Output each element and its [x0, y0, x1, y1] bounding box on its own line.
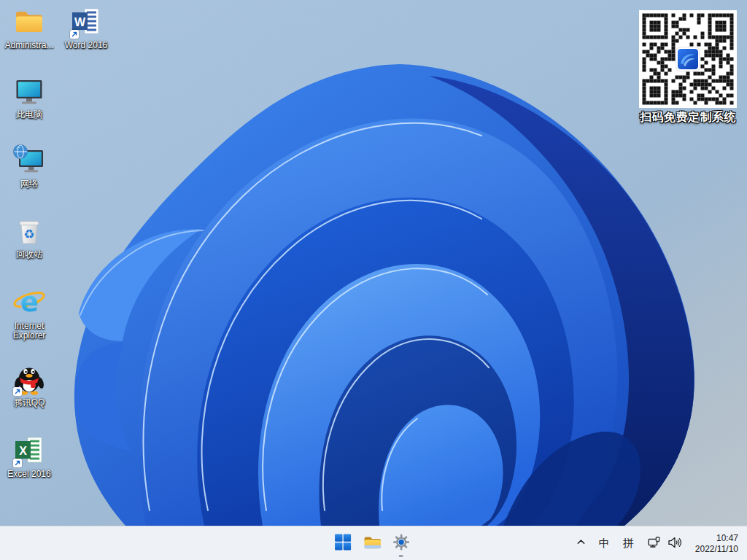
- clock-tray-button[interactable]: 10:47 2022/11/10: [695, 529, 738, 559]
- desktop-icon-tencent-qq[interactable]: 腾讯QQ: [1, 362, 58, 408]
- qr-caption: 扫码免费定制系统: [639, 110, 737, 125]
- tray-time: 10:47: [695, 533, 738, 544]
- desktop-icon-label: 此电脑: [16, 110, 42, 120]
- internet-explorer-icon: e: [12, 285, 47, 320]
- excel-icon: X: [12, 433, 47, 468]
- qr-code: [639, 10, 737, 108]
- word-icon: W: [69, 4, 104, 39]
- tray-date: 2022/11/10: [695, 544, 738, 555]
- running-indicator: [399, 555, 403, 557]
- gear-icon: [392, 533, 410, 554]
- desktop-icon-label: Excel 2016: [7, 470, 50, 479]
- qr-center-logo-icon: [676, 47, 700, 71]
- recycle-bin-icon: ♻: [12, 214, 47, 249]
- qr-promo: 扫码免费定制系统: [639, 10, 737, 125]
- desktop-icon-network[interactable]: 网络: [1, 143, 58, 189]
- folder-icon: [363, 533, 381, 554]
- ime-layout-indicator[interactable]: 拼: [616, 529, 640, 559]
- svg-text:e: e: [20, 287, 38, 318]
- file-explorer-button[interactable]: [357, 529, 387, 558]
- shortcut-arrow-icon: [13, 387, 22, 396]
- desktop-icon-this-pc[interactable]: 此电脑: [1, 74, 58, 120]
- settings-button[interactable]: [387, 529, 416, 558]
- desktop-icon-label: 回收站: [16, 250, 42, 260]
- speaker-icon: [667, 537, 682, 551]
- qq-penguin-icon: [12, 362, 47, 397]
- windows11-bloom-wallpaper: [0, 0, 747, 526]
- shortcut-arrow-icon: [70, 30, 79, 39]
- desktop-icon-label: 网络: [20, 179, 38, 189]
- desktop-icon-label: 腾讯QQ: [14, 398, 45, 408]
- desktop-icon-internet-explorer[interactable]: e Internet Explorer: [1, 285, 58, 341]
- desktop-icon-label: Internet Explorer: [1, 322, 58, 341]
- windows-logo-icon: [334, 534, 351, 553]
- monitor-icon: [12, 74, 47, 109]
- desktop-icon-excel-2016[interactable]: X Excel 2016: [1, 433, 58, 479]
- network-volume-button[interactable]: [640, 529, 689, 559]
- taskbar-center-icons: [328, 529, 416, 558]
- desktop: Administra... W Word 2016: [0, 0, 747, 526]
- desktop-icon-word-2016[interactable]: W Word 2016: [58, 4, 115, 50]
- desktop-icon-recycle-bin[interactable]: ♻ 回收站: [1, 214, 58, 260]
- svg-text:♻: ♻: [23, 227, 34, 241]
- desktop-icon-label: Word 2016: [65, 41, 107, 50]
- ethernet-icon: [648, 537, 660, 551]
- chevron-up-icon: [576, 537, 587, 551]
- tray-overflow-button[interactable]: [570, 529, 592, 559]
- ime-mode-indicator[interactable]: 中: [592, 529, 616, 559]
- start-button[interactable]: [328, 529, 357, 558]
- taskbar: 中 拼: [0, 526, 747, 560]
- desktop-icon-label: Administra...: [5, 41, 54, 50]
- shortcut-arrow-icon: [13, 459, 22, 467]
- folder-icon: [12, 4, 47, 39]
- network-monitor-globe-icon: [12, 143, 47, 178]
- desktop-icon-administrator[interactable]: Administra...: [1, 4, 58, 50]
- taskbar-tray: 中 拼: [570, 526, 747, 560]
- svg-text:X: X: [19, 445, 27, 457]
- svg-text:W: W: [74, 16, 86, 28]
